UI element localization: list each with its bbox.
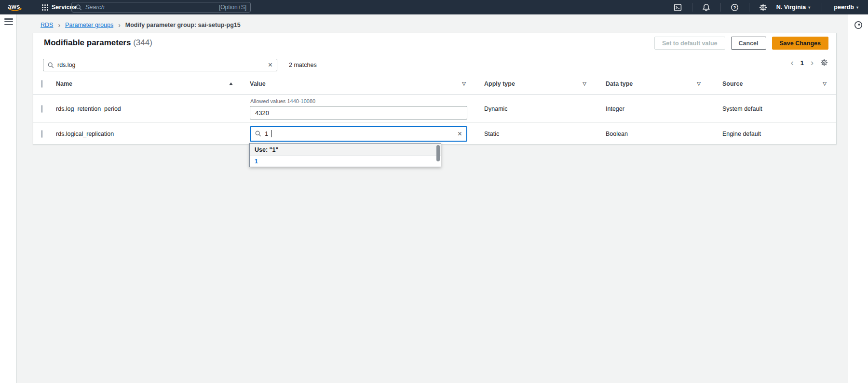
column-filter-icon[interactable]: ▽	[583, 81, 586, 86]
scrollbar-thumb[interactable]	[436, 145, 440, 161]
row-checkbox[interactable]	[41, 130, 42, 138]
topbar-divider	[822, 3, 822, 12]
topbar-divider	[34, 3, 34, 12]
parameters-table: Name Value ▽ Apply type ▽ Data type ▽ So…	[33, 73, 836, 145]
right-panel-rail	[848, 14, 868, 383]
parameter-filter-input[interactable]: rds.log ×	[43, 59, 277, 71]
typed-value: 1	[265, 130, 268, 137]
column-filter-icon[interactable]: ▽	[697, 81, 701, 86]
side-panel-icon[interactable]	[854, 20, 863, 30]
column-filter-icon[interactable]: ▽	[462, 81, 466, 86]
aws-logo[interactable]: aws	[8, 2, 24, 13]
header-checkbox-cell	[33, 80, 56, 87]
topbar-divider	[749, 3, 749, 12]
aws-console-window: aws Services Search [Option+S]	[0, 0, 868, 383]
source-cell: Engine default	[719, 131, 836, 137]
clear-filter-icon[interactable]: ×	[268, 61, 272, 69]
apply-type-cell: Dynamic	[480, 106, 601, 112]
bell-icon	[702, 3, 710, 12]
value-suggestions-dropdown: Use: "1" 1	[249, 143, 441, 167]
column-header-data-type[interactable]: Data type ▽	[601, 80, 719, 87]
account-menu[interactable]: peerdb ▾	[830, 4, 862, 11]
column-header-source[interactable]: Source ▽	[719, 80, 836, 87]
page-title: Modifiable parameters (344)	[44, 38, 152, 48]
console-search-input[interactable]: Search [Option+S]	[71, 2, 251, 13]
topbar-divider	[720, 3, 721, 12]
parameter-value-search-input[interactable]: 1 ×	[250, 126, 467, 142]
table-row: rds.logical_replication 1 × Static Boole…	[33, 123, 836, 145]
region-selector[interactable]: N. Virginia ▾	[773, 4, 814, 11]
page-number[interactable]: 1	[800, 59, 804, 66]
dropdown-scrollbar[interactable]	[436, 145, 440, 164]
topbar: aws Services Search [Option+S]	[0, 0, 868, 14]
column-filter-icon[interactable]: ▽	[823, 81, 827, 86]
notifications-button[interactable]	[700, 1, 713, 13]
data-type-cell: Boolean	[601, 131, 719, 137]
sort-ascending-icon[interactable]	[229, 82, 233, 85]
search-placeholder: Search	[85, 4, 216, 11]
topbar-utilities: ? N. Virginia ▾	[672, 1, 862, 13]
panel-header: Modifiable parameters (344) Set to defau…	[33, 33, 836, 55]
table-header-row: Name Value ▽ Apply type ▽ Data type ▽ So…	[33, 73, 836, 95]
source-cell: System default	[719, 106, 836, 112]
table-row: rds.log_retention_period Allowed values …	[33, 95, 836, 123]
help-button[interactable]: ?	[729, 1, 741, 13]
title-text: Modifiable parameters	[44, 38, 131, 47]
allowed-values-hint: Allowed values 1440-10080	[250, 98, 480, 104]
topbar-divider	[692, 3, 692, 12]
preferences-gear-icon[interactable]	[820, 59, 828, 66]
parameter-count: (344)	[133, 38, 152, 47]
set-default-button[interactable]: Set to default value	[654, 37, 725, 50]
row-checkbox[interactable]	[41, 105, 42, 113]
use-typed-value-option[interactable]: Use: "1"	[250, 144, 441, 156]
select-all-checkbox[interactable]	[41, 80, 42, 88]
suggestion-option[interactable]: 1	[250, 156, 441, 167]
chevron-down-icon: ▾	[808, 5, 810, 10]
cloudshell-terminal-icon	[674, 3, 682, 12]
next-page-icon[interactable]: ›	[811, 58, 814, 67]
region-label: N. Virginia	[776, 4, 806, 11]
services-grid-icon	[42, 4, 48, 11]
breadcrumb-chevron-icon: ›	[118, 21, 121, 29]
clear-value-icon[interactable]: ×	[458, 130, 462, 138]
match-count: 2 matches	[289, 62, 317, 68]
breadcrumb: RDS › Parameter groups › Modify paramete…	[41, 21, 241, 29]
breadcrumb-link-parameter-groups[interactable]: Parameter groups	[65, 22, 113, 28]
search-icon	[76, 4, 82, 11]
filter-value: rds.log	[57, 62, 265, 68]
parameter-name: rds.logical_replication	[56, 131, 246, 137]
parameter-value-input[interactable]: 4320	[250, 106, 467, 119]
parameter-name: rds.log_retention_period	[56, 106, 246, 112]
account-label: peerdb	[834, 4, 854, 11]
svg-text:?: ?	[733, 4, 736, 10]
chevron-down-icon: ▾	[856, 5, 858, 10]
modifiable-parameters-panel: Modifiable parameters (344) Set to defau…	[33, 33, 837, 145]
gear-icon	[759, 3, 767, 12]
breadcrumb-link-rds[interactable]: RDS	[41, 22, 53, 28]
cancel-button[interactable]: Cancel	[731, 37, 766, 50]
menu-icon[interactable]	[4, 18, 13, 25]
pagination: ‹ 1 ›	[791, 58, 828, 67]
column-header-name[interactable]: Name	[56, 80, 246, 87]
previous-page-icon[interactable]: ‹	[791, 58, 794, 67]
search-shortcut-hint: [Option+S]	[219, 4, 246, 11]
aws-smile-icon	[8, 8, 23, 12]
column-header-value[interactable]: Value ▽	[246, 80, 480, 87]
help-question-icon: ?	[731, 3, 739, 12]
data-type-cell: Integer	[601, 106, 719, 112]
breadcrumb-chevron-icon: ›	[58, 21, 60, 29]
save-changes-button[interactable]: Save Changes	[772, 37, 828, 50]
settings-button[interactable]	[757, 1, 770, 13]
side-nav-rail	[0, 14, 17, 383]
column-header-apply-type[interactable]: Apply type ▽	[480, 80, 601, 87]
header-actions: Set to default value Cancel Save Changes	[654, 37, 828, 50]
breadcrumb-current-page: Modify parameter group: sai-setup-pg15	[125, 22, 241, 28]
text-cursor	[271, 130, 272, 137]
apply-type-cell: Static	[480, 131, 601, 137]
search-icon	[48, 62, 54, 68]
cloudshell-button[interactable]	[672, 1, 684, 13]
search-icon	[255, 131, 261, 137]
